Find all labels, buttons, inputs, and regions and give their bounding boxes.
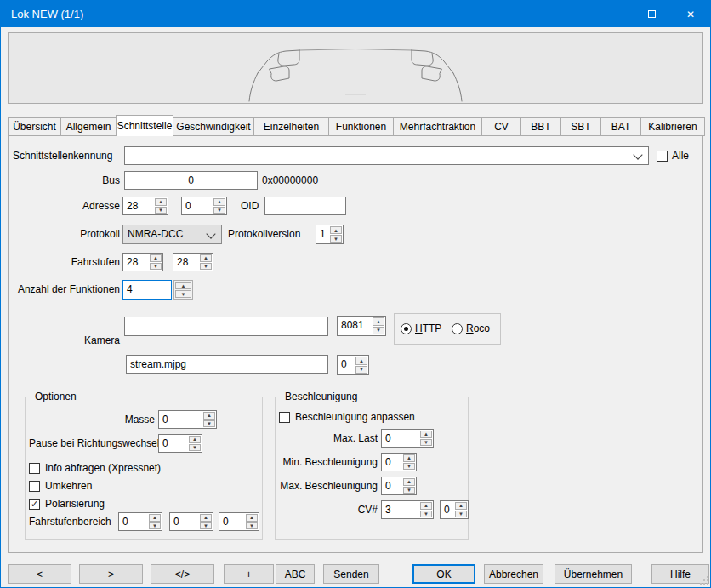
spin-down-icon[interactable]: ▼ xyxy=(420,511,432,518)
minimize-button[interactable] xyxy=(593,1,632,27)
spin-down-icon[interactable]: ▼ xyxy=(213,207,225,214)
window-controls: ✕ xyxy=(593,1,710,27)
abc-button[interactable]: ABC xyxy=(276,564,315,584)
spin-down-icon[interactable]: ▼ xyxy=(330,235,342,243)
tab-sbt[interactable]: SBT xyxy=(560,117,601,136)
spin-up-icon[interactable]: ▲ xyxy=(330,226,342,234)
uebernehmen-button[interactable]: Übernehmen xyxy=(555,564,632,584)
spin-down-icon[interactable]: ▼ xyxy=(403,487,415,494)
adresse-spinner-2[interactable]: 0 ▲▼ xyxy=(181,197,227,215)
polarisierung-checkbox[interactable]: ✓ xyxy=(29,499,40,510)
spin-up-icon[interactable]: ▲ xyxy=(356,357,367,365)
protokoll-dropdown[interactable]: NMRA-DCC xyxy=(122,225,222,244)
kamera-stream-input[interactable]: stream.mjpg xyxy=(126,355,328,374)
spin-up-icon[interactable]: ▲ xyxy=(155,198,167,206)
maximize-button[interactable] xyxy=(632,1,671,27)
fahrstufenbereich-spinner-3[interactable]: 0 ▲▼ xyxy=(219,512,259,531)
spin-up-icon[interactable]: ▲ xyxy=(373,317,384,326)
spin-down-icon[interactable]: ▼ xyxy=(455,511,467,518)
spin-up-icon[interactable]: ▲ xyxy=(246,514,258,522)
alle-checkbox[interactable] xyxy=(657,151,668,162)
spin-down-icon[interactable]: ▼ xyxy=(356,366,367,374)
chevron-down-icon[interactable] xyxy=(633,150,642,159)
spin-up-icon[interactable]: ▲ xyxy=(403,454,415,462)
next-button[interactable]: > xyxy=(79,564,143,584)
schnittstellenkennung-label: Schnittstellenkennung xyxy=(13,150,112,163)
spin-up-icon[interactable]: ▲ xyxy=(175,282,191,289)
ok-button[interactable]: OK xyxy=(412,564,475,584)
max-beschleunigung-label: Max. Beschleunigung xyxy=(279,480,378,493)
protokollversion-spinner[interactable]: 1 ▲▼ xyxy=(316,225,344,244)
http-radio[interactable] xyxy=(401,323,412,334)
cv-spinner-1[interactable]: 3 ▲▼ xyxy=(381,500,434,519)
spin-up-icon[interactable]: ▲ xyxy=(420,431,432,438)
spin-down-icon[interactable]: ▼ xyxy=(373,327,384,335)
max-last-spinner[interactable]: 0 ▲▼ xyxy=(381,429,434,448)
pause-spinner[interactable]: 0 ▲▼ xyxy=(158,434,202,453)
abbrechen-button[interactable]: Abbrechen xyxy=(484,564,543,584)
code-button[interactable]: </> xyxy=(151,564,214,584)
kamera-stream-index-spinner[interactable]: 0 ▲▼ xyxy=(337,355,369,375)
radio-dot xyxy=(404,327,408,331)
anzahl-funktionen-spinner[interactable]: 4 ▲▼ xyxy=(122,280,193,300)
fahrstufen-spinner-2[interactable]: 28 ▲▼ xyxy=(173,253,213,271)
spin-up-icon[interactable]: ▲ xyxy=(200,254,212,262)
spin-down-icon[interactable]: ▼ xyxy=(175,290,191,298)
spin-up-icon[interactable]: ▲ xyxy=(149,514,161,522)
spin-down-icon[interactable]: ▼ xyxy=(200,522,212,530)
spin-up-icon[interactable]: ▲ xyxy=(200,514,212,522)
spin-up-icon[interactable]: ▲ xyxy=(420,502,432,510)
umkehren-label: Umkehren xyxy=(45,480,92,493)
spin-up-icon[interactable]: ▲ xyxy=(203,412,215,420)
spin-down-icon[interactable]: ▼ xyxy=(420,439,432,447)
oid-input[interactable] xyxy=(264,197,346,215)
umkehren-checkbox[interactable] xyxy=(29,481,40,492)
spin-up-icon[interactable]: ▲ xyxy=(403,478,415,486)
beschleunigung-anpassen-checkbox[interactable] xyxy=(279,412,290,423)
spin-down-icon[interactable]: ▼ xyxy=(203,420,215,428)
info-abfragen-checkbox[interactable] xyxy=(29,463,40,474)
adresse-spinner-1[interactable]: 28 ▲▼ xyxy=(122,197,168,215)
fahrstufen-spinner-1[interactable]: 28 ▲▼ xyxy=(122,253,163,271)
tab-geschwindigkeit[interactable]: Geschwindigkeit xyxy=(173,117,254,136)
spin-down-icon[interactable]: ▼ xyxy=(403,463,415,471)
resize-grip[interactable] xyxy=(698,574,710,586)
spin-down-icon[interactable]: ▼ xyxy=(155,207,167,214)
masse-spinner[interactable]: 0 ▲▼ xyxy=(158,410,217,429)
spin-down-icon[interactable]: ▼ xyxy=(189,444,201,452)
roco-radio[interactable] xyxy=(452,323,463,334)
tab-funktionen[interactable]: Funktionen xyxy=(328,117,394,136)
cv-label: CV# xyxy=(279,504,378,517)
spin-up-icon[interactable]: ▲ xyxy=(455,502,467,510)
cv-spinner-2[interactable]: 0 ▲▼ xyxy=(440,500,469,519)
tab-uebersicht[interactable]: Übersicht xyxy=(8,117,61,136)
tab-cv[interactable]: CV xyxy=(481,117,521,136)
spin-up-icon[interactable]: ▲ xyxy=(213,198,225,206)
tab-allgemein[interactable]: Allgemein xyxy=(60,117,117,136)
max-beschleunigung-spinner[interactable]: 0 ▲▼ xyxy=(381,477,417,495)
kamera-port-spinner[interactable]: 8081 ▲▼ xyxy=(337,316,386,336)
spin-up-icon[interactable]: ▲ xyxy=(189,436,201,443)
plus-button[interactable]: + xyxy=(224,564,274,584)
spin-down-icon[interactable]: ▼ xyxy=(149,522,161,530)
close-button[interactable]: ✕ xyxy=(671,1,710,27)
min-beschleunigung-spinner[interactable]: 0 ▲▼ xyxy=(381,453,417,471)
kamera-url-input[interactable] xyxy=(124,317,328,336)
spin-down-icon[interactable]: ▼ xyxy=(150,263,162,271)
schnittstellenkennung-combobox[interactable] xyxy=(124,146,649,165)
spin-down-icon[interactable]: ▼ xyxy=(200,263,212,271)
tab-schnittstelle[interactable]: Schnittstelle xyxy=(116,115,173,136)
spin-up-icon[interactable]: ▲ xyxy=(150,254,162,262)
senden-button[interactable]: Senden xyxy=(323,564,379,584)
fahrstufenbereich-spinner-2[interactable]: 0 ▲▼ xyxy=(169,512,213,531)
tab-bbt[interactable]: BBT xyxy=(520,117,561,136)
fahrstufenbereich-spinner-1[interactable]: 0 ▲▼ xyxy=(118,512,162,531)
bus-input[interactable]: 0 xyxy=(124,171,258,190)
tab-mehrfachtraktion[interactable]: Mehrfachtraktion xyxy=(393,117,482,136)
tab-bat[interactable]: BAT xyxy=(600,117,641,136)
masse-label: Masse xyxy=(31,414,155,426)
spin-down-icon[interactable]: ▼ xyxy=(246,522,258,530)
prev-button[interactable]: < xyxy=(8,564,71,584)
tab-einzelheiten[interactable]: Einzelheiten xyxy=(253,117,329,136)
tab-kalibrieren[interactable]: Kalibrieren xyxy=(640,117,705,136)
